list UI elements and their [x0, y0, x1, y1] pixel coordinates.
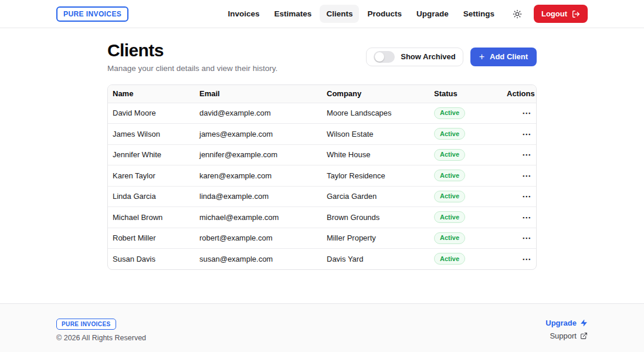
status-badge: Active [434, 211, 465, 223]
column-header-name: Name [108, 89, 195, 98]
nav-item-clients[interactable]: Clients [320, 5, 359, 23]
client-status-cell: Active [429, 253, 507, 265]
column-header-email: Email [195, 89, 322, 98]
footer-upgrade-label: Upgrade [545, 319, 577, 327]
brand-logo[interactable]: PURE INVOICES [56, 6, 128, 22]
nav-item-estimates[interactable]: Estimates [268, 5, 318, 23]
external-link-icon [580, 332, 588, 340]
client-actions-cell: ⋯ [507, 169, 537, 182]
logout-icon [572, 10, 580, 18]
row-actions-menu-button[interactable]: ⋯ [521, 127, 533, 141]
row-actions-menu-button[interactable]: ⋯ [521, 169, 533, 182]
client-name: Karen Taylor [108, 171, 195, 180]
footer-links: Upgrade Support [545, 318, 588, 352]
client-email: linda@example.com [195, 192, 322, 201]
client-email: karen@example.com [195, 171, 322, 180]
table-header-row: Name Email Company Status Actions [108, 85, 536, 103]
client-name: David Moore [108, 109, 195, 117]
status-badge: Active [434, 149, 465, 161]
status-badge: Active [434, 191, 465, 202]
nav-item-invoices[interactable]: Invoices [222, 5, 266, 23]
client-actions-cell: ⋯ [507, 231, 537, 245]
client-actions-cell: ⋯ [507, 252, 537, 266]
client-actions-cell: ⋯ [507, 211, 537, 224]
add-client-button[interactable]: + Add Client [470, 48, 537, 66]
client-status-cell: Active [429, 128, 507, 140]
show-archived-toggle[interactable] [374, 51, 395, 63]
sun-icon [513, 9, 522, 19]
client-actions-cell: ⋯ [507, 148, 537, 161]
page-header: Clients Manage your client details and v… [107, 41, 537, 73]
client-status-cell: Active [429, 107, 507, 119]
client-name: Susan Davis [108, 255, 195, 263]
lightning-bolt-icon [580, 319, 588, 327]
client-status-cell: Active [429, 191, 507, 202]
column-header-status: Status [429, 89, 507, 98]
page-subtitle: Manage your client details and view thei… [107, 64, 277, 73]
top-navigation-bar: PURE INVOICES Invoices Estimates Clients… [0, 0, 644, 28]
nav-item-settings[interactable]: Settings [457, 5, 501, 23]
status-badge: Active [434, 128, 465, 140]
client-company: Brown Grounds [322, 213, 429, 222]
show-archived-control: Show Archived [366, 48, 463, 66]
client-company: Taylor Residence [322, 171, 429, 180]
table-row: Susan Davis susan@example.com Davis Yard… [108, 248, 536, 269]
client-company: Wilson Estate [322, 130, 429, 138]
client-name: Michael Brown [108, 213, 195, 222]
client-name: Jennifer White [108, 150, 195, 159]
status-badge: Active [434, 107, 465, 119]
nav-item-upgrade[interactable]: Upgrade [410, 5, 455, 23]
row-actions-menu-button[interactable]: ⋯ [521, 211, 533, 224]
nav-item-products[interactable]: Products [361, 5, 408, 23]
logout-button-label: Logout [541, 9, 567, 18]
client-actions-cell: ⋯ [507, 189, 537, 203]
client-status-cell: Active [429, 149, 507, 161]
client-status-cell: Active [429, 170, 507, 181]
clients-page: Clients Manage your client details and v… [107, 41, 537, 270]
main-nav: Invoices Estimates Clients Products Upgr… [222, 5, 501, 23]
client-email: michael@example.com [195, 213, 322, 222]
footer-brand-logo[interactable]: PURE INVOICES [56, 319, 116, 330]
footer-upgrade-link[interactable]: Upgrade [545, 319, 588, 327]
table-row: Karen Taylor karen@example.com Taylor Re… [108, 165, 536, 186]
client-name: Linda Garcia [108, 192, 195, 201]
add-client-label: Add Client [490, 52, 528, 61]
row-actions-menu-button[interactable]: ⋯ [521, 231, 533, 245]
footer-support-label: Support [550, 331, 577, 340]
clients-table: Name Email Company Status Actions David … [107, 84, 537, 270]
row-actions-menu-button[interactable]: ⋯ [521, 189, 533, 203]
status-badge: Active [434, 253, 465, 265]
page-title-block: Clients Manage your client details and v… [107, 41, 277, 73]
row-actions-menu-button[interactable]: ⋯ [521, 148, 533, 161]
status-badge: Active [434, 170, 465, 181]
row-actions-menu-button[interactable]: ⋯ [521, 252, 533, 266]
table-row: James Wilson james@example.com Wilson Es… [108, 123, 536, 144]
show-archived-label: Show Archived [401, 52, 455, 61]
client-company: Miller Property [322, 233, 429, 242]
client-email: james@example.com [195, 130, 322, 138]
column-header-company: Company [322, 89, 429, 98]
column-header-actions: Actions [507, 89, 537, 98]
toggle-knob [375, 52, 384, 62]
logout-button[interactable]: Logout [534, 5, 588, 23]
table-row: Linda Garcia linda@example.com Garcia Ga… [108, 186, 536, 207]
plus-icon: + [479, 52, 484, 62]
client-company: Davis Yard [322, 255, 429, 263]
page-footer: PURE INVOICES © 2026 All Rights Reserved… [0, 303, 644, 352]
client-actions-cell: ⋯ [507, 106, 537, 120]
row-actions-menu-button[interactable]: ⋯ [521, 106, 533, 120]
copyright-text: © 2026 All Rights Reserved [56, 334, 146, 342]
client-status-cell: Active [429, 211, 507, 223]
client-email: susan@example.com [195, 255, 322, 263]
status-badge: Active [434, 232, 465, 244]
theme-toggle-button[interactable] [509, 6, 526, 22]
table-row: Jennifer White jennifer@example.com Whit… [108, 144, 536, 165]
footer-support-link[interactable]: Support [550, 331, 588, 340]
table-row: Michael Brown michael@example.com Brown … [108, 207, 536, 228]
client-name: Robert Miller [108, 233, 195, 242]
client-email: david@example.com [195, 109, 322, 117]
client-company: White House [322, 150, 429, 159]
page-actions: Show Archived + Add Client [366, 48, 537, 66]
client-email: jennifer@example.com [195, 150, 322, 159]
table-row: David Moore david@example.com Moore Land… [108, 103, 536, 124]
